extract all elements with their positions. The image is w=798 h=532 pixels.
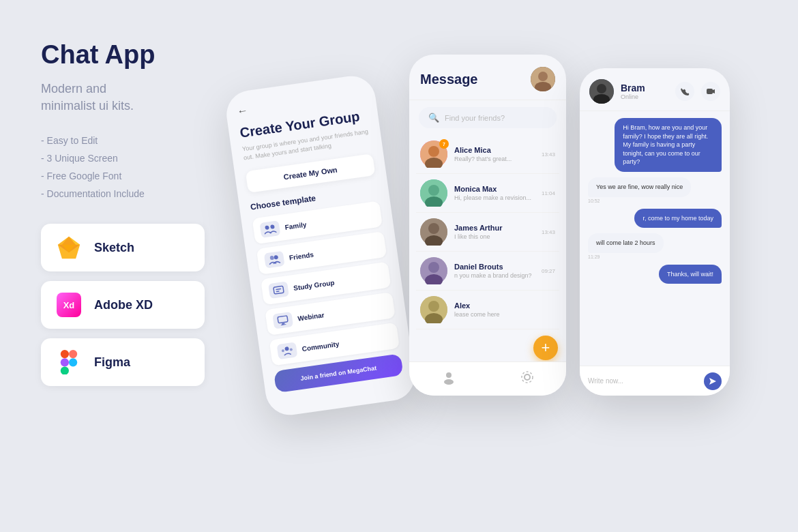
svg-point-43 (444, 379, 454, 385)
alice-badge: 7 (439, 139, 449, 149)
svg-point-34 (428, 223, 439, 234)
tool-cards: Sketch Xd Adobe XD Figma (41, 224, 232, 386)
svg-rect-7 (69, 350, 77, 358)
alice-avatar: 7 (420, 141, 447, 168)
call-button[interactable] (675, 82, 694, 101)
msg-time-1: 10:52 (588, 198, 600, 203)
phone-messages: Message 🔍 Find your friends? (409, 55, 566, 396)
svg-rect-6 (61, 350, 69, 358)
chat-james[interactable]: James Arthur I like this one 13:43 (416, 213, 559, 252)
nav-settings[interactable] (520, 370, 535, 388)
sketch-card[interactable]: Sketch (41, 224, 205, 271)
svg-point-13 (269, 256, 274, 261)
community-label: Community (301, 340, 340, 353)
james-time: 13:43 (542, 229, 555, 235)
chat-actions (675, 82, 720, 101)
alice-name: Alice Mica (454, 146, 535, 154)
search-bar[interactable]: 🔍 Find your friends? (419, 107, 557, 128)
messages-title: Message (420, 72, 478, 87)
xd-icon: Xd (55, 291, 83, 319)
svg-rect-18 (278, 316, 288, 323)
family-label: Family (284, 220, 307, 231)
msg-sent-1: Hi Bram, how are you and your family? I … (615, 118, 722, 172)
fab-button[interactable]: + (533, 336, 558, 360)
feature-2: - 3 Unique Screen (41, 153, 232, 164)
chat-alex[interactable]: Alex lease come here (416, 291, 559, 329)
alice-time: 13:43 (542, 151, 555, 158)
daniel-time: 09:27 (542, 268, 555, 274)
svg-marker-50 (713, 89, 715, 93)
msg-recv-2: will come late 2 hours (588, 233, 664, 253)
monica-name: Monica Max (454, 185, 535, 193)
webinar-label: Webinar (297, 311, 325, 322)
phone-chat-bram: Bram Online Hi Bram, how are you and you… (580, 68, 730, 396)
input-placeholder: Write now... (588, 377, 698, 385)
bram-avatar (589, 79, 614, 104)
community-icon (277, 342, 298, 360)
sketch-icon (55, 233, 83, 262)
svg-point-28 (428, 146, 439, 157)
message-list: Hi Bram, how are you and your family? I … (580, 111, 730, 364)
chat-daniel[interactable]: Daniel Brouts n you make a brand design?… (416, 252, 559, 291)
feature-1: - Easy to Edit (41, 135, 232, 146)
friends-icon (264, 251, 285, 269)
bram-status: Online (621, 93, 668, 100)
monica-preview: Hi, please make a revision... (454, 194, 535, 201)
nav-contacts[interactable] (441, 370, 456, 388)
figma-icon (55, 348, 83, 376)
svg-point-47 (597, 84, 606, 93)
svg-rect-8 (61, 358, 69, 366)
xd-label: Adobe XD (94, 298, 153, 312)
user-avatar[interactable] (531, 67, 555, 91)
search-icon: 🔍 (428, 113, 439, 123)
features-list: - Easy to Edit - 3 Unique Screen - Free … (41, 135, 232, 199)
msg-time-2: 11:29 (588, 254, 600, 259)
svg-point-45 (522, 372, 533, 383)
bottom-nav (409, 361, 566, 396)
daniel-name: Daniel Brouts (454, 263, 535, 271)
james-avatar (420, 218, 447, 246)
video-button[interactable] (701, 82, 720, 101)
send-button[interactable] (704, 372, 722, 390)
messages-header: Message (409, 55, 566, 100)
app-title: Chat App (41, 41, 232, 70)
msg-sent-2: r, come to my home today (634, 209, 722, 228)
svg-rect-15 (274, 286, 284, 294)
adobexd-card[interactable]: Xd Adobe XD (41, 281, 205, 329)
svg-point-25 (538, 72, 548, 81)
search-placeholder: Find your friends? (445, 114, 505, 122)
feature-3: - Free Google Font (41, 171, 232, 181)
svg-point-23 (290, 348, 293, 351)
bram-info: Bram Online (621, 83, 668, 100)
svg-point-42 (446, 372, 452, 378)
chat-alice[interactable]: 7 Alice Mica Really? that's great... 13:… (416, 135, 559, 174)
figma-card[interactable]: Figma (41, 338, 205, 386)
alice-preview: Really? that's great... (454, 156, 535, 162)
svg-rect-16 (276, 289, 281, 291)
sketch-label: Sketch (94, 241, 134, 255)
alex-name: Alex (454, 301, 548, 310)
james-name: James Arthur (454, 224, 535, 232)
daniel-preview: n you make a brand design? (454, 272, 535, 279)
webinar-icon (272, 312, 293, 329)
msg-recv-1: Yes we are fine, wow really nice (588, 177, 691, 197)
study-icon (268, 282, 289, 299)
svg-point-44 (524, 374, 530, 380)
svg-marker-51 (709, 378, 716, 385)
daniel-avatar (420, 257, 447, 284)
alex-avatar (420, 296, 447, 323)
left-panel: Chat App Modern andminimalist ui kits. -… (41, 41, 232, 386)
study-label: Study Group (293, 278, 336, 291)
input-area: Write now... (580, 366, 730, 396)
svg-point-11 (265, 225, 269, 230)
chat-header: Bram Online (580, 68, 730, 111)
chat-monica[interactable]: Monica Max Hi, please make a revision...… (416, 174, 559, 213)
app-subtitle: Modern andminimalist ui kits. (41, 80, 232, 115)
svg-point-12 (270, 224, 275, 229)
svg-rect-17 (276, 291, 280, 292)
svg-rect-9 (61, 367, 69, 375)
family-icon (260, 220, 281, 238)
svg-point-37 (428, 262, 439, 273)
svg-point-14 (274, 255, 278, 260)
figma-label: Figma (94, 355, 130, 370)
